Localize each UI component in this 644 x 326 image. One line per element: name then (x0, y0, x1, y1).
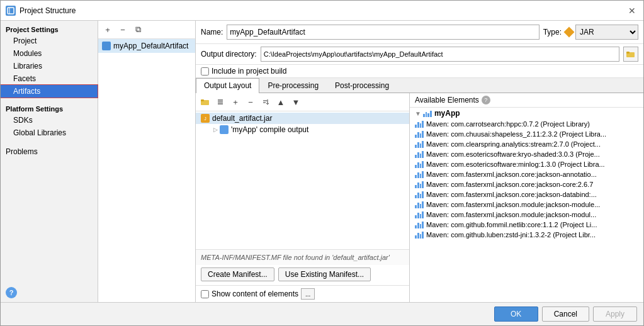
ok-button[interactable]: OK (494, 306, 538, 322)
avail-item-8[interactable]: Maven: com.fasterxml.jackson.module:jack… (410, 200, 643, 210)
avail-bars-icon-3 (415, 150, 424, 158)
project-settings-heading: Project Settings (1, 23, 98, 35)
output-folder-icon[interactable] (198, 95, 212, 109)
output-add-button[interactable]: + (229, 95, 242, 109)
sidebar-item-global-libraries[interactable]: Global Libraries (1, 126, 98, 139)
output-down-button[interactable]: ▼ (289, 95, 303, 109)
avail-item-label-4: Maven: com.esotericsoftware:minlog:1.3.0… (426, 160, 605, 168)
dialog-title: Project Structure (20, 6, 626, 15)
show-content-label: Show content of elements (212, 289, 298, 298)
output-layout-panel: + − ▲ ▼ J default_artifact.jar (196, 93, 410, 302)
output-remove-button[interactable]: − (244, 95, 257, 109)
output-sort-button[interactable] (259, 95, 273, 109)
avail-item-label-1: Maven: com.chuusai:shapeless_2.11:2.3.2 … (426, 130, 606, 138)
available-help-icon[interactable]: ? (482, 96, 490, 104)
avail-item-label-5: Maven: com.fasterxml.jackson.core:jackso… (426, 171, 597, 178)
myapp-label: myApp (434, 109, 460, 118)
available-elements-label: Available Elements (415, 96, 479, 104)
artifact-icon (102, 42, 111, 50)
available-header: Available Elements ? (410, 93, 643, 108)
avail-item-6[interactable]: Maven: com.fasterxml.jackson.core:jackso… (410, 179, 643, 189)
sidebar-bottom: ? (1, 283, 98, 302)
tab-post-processing[interactable]: Post-processing (327, 78, 397, 93)
available-elements-panel: Available Elements ? ▼ myAp (410, 93, 643, 302)
sidebar-item-sdks[interactable]: SDKs (1, 114, 98, 126)
output-dir-input[interactable] (261, 47, 619, 62)
project-structure-dialog: Project Structure ✕ Project Settings Pro… (0, 0, 644, 326)
avail-item-2[interactable]: Maven: com.clearspring.analytics:stream:… (410, 139, 643, 149)
cancel-button[interactable]: Cancel (542, 306, 589, 322)
add-artifact-button[interactable]: + (101, 23, 115, 37)
use-existing-manifest-button[interactable]: Use Existing Manifest... (278, 267, 371, 281)
copy-artifact-button[interactable]: ⧉ (131, 23, 145, 37)
available-tree: ▼ myApp (410, 108, 643, 302)
include-checkbox[interactable] (201, 67, 209, 76)
output-dir-row: Output directory: (196, 44, 643, 65)
avail-item-5[interactable]: Maven: com.fasterxml.jackson.core:jackso… (410, 169, 643, 179)
sidebar-item-modules[interactable]: Modules (1, 47, 98, 60)
title-bar: Project Structure ✕ (1, 1, 643, 21)
middle-toolbar: + − ⧉ (98, 21, 195, 39)
avail-bars-icon-2 (415, 140, 424, 148)
show-content-checkbox[interactable] (201, 290, 209, 298)
remove-artifact-button[interactable]: − (116, 23, 130, 37)
avail-item-label-8: Maven: com.fasterxml.jackson.module:jack… (426, 201, 600, 208)
apply-button[interactable]: Apply (593, 306, 637, 322)
platform-settings-heading: Platform Settings (1, 103, 98, 114)
avail-item-10[interactable]: Maven: com.github.fommil.netlib:core:1.1… (410, 220, 643, 230)
sidebar-item-facets[interactable]: Facets (1, 72, 98, 85)
avail-item-label-10: Maven: com.github.fommil.netlib:core:1.1… (426, 221, 597, 228)
svg-rect-0 (8, 8, 14, 14)
right-panel: Name: Type: JAR Output directory: (196, 21, 643, 302)
tab-output-layout[interactable]: Output Layout (196, 78, 259, 93)
sidebar: Project Settings Project Modules Librari… (1, 21, 98, 302)
manifest-buttons: Create Manifest... Use Existing Manifest… (196, 265, 409, 285)
avail-bars-icon-8 (415, 201, 424, 208)
manifest-warning: META-INF/MANIFEST.MF file not found in '… (196, 249, 409, 265)
output-toolbar: + − ▲ ▼ (196, 93, 409, 111)
avail-item-7[interactable]: Maven: com.fasterxml.jackson.core:jackso… (410, 189, 643, 200)
type-select[interactable]: JAR (575, 25, 638, 40)
avail-item-4[interactable]: Maven: com.esotericsoftware:minlog:1.3.0… (410, 159, 643, 169)
avail-bars-icon-0 (415, 120, 424, 128)
avail-item-1[interactable]: Maven: com.chuusai:shapeless_2.11:2.3.2 … (410, 129, 643, 139)
avail-item-3[interactable]: Maven: com.esotericsoftware:kryo-shaded:… (410, 149, 643, 159)
help-button[interactable]: ? (6, 287, 17, 298)
include-row: Include in project build (196, 65, 643, 78)
type-label: Type: (543, 28, 562, 37)
browse-folder-button[interactable] (623, 47, 638, 62)
show-content-options-button[interactable]: ... (301, 288, 315, 300)
name-input[interactable] (227, 25, 539, 40)
avail-item-11[interactable]: Maven: com.github.luben:zstd-jni:1.3.2-2… (410, 230, 643, 240)
output-list-icon[interactable] (213, 95, 227, 109)
create-manifest-button[interactable]: Create Manifest... (201, 267, 274, 281)
jar-tree-icon: J (201, 114, 210, 123)
sidebar-item-artifacts[interactable]: Artifacts (1, 85, 98, 98)
myapp-folder[interactable]: ▼ myApp (410, 108, 643, 119)
tab-pre-processing[interactable]: Pre-processing (259, 78, 327, 93)
tree-item-jar[interactable]: J default_artifact.jar (196, 113, 409, 124)
close-button[interactable]: ✕ (626, 4, 638, 17)
output-up-button[interactable]: ▲ (274, 95, 288, 109)
avail-item-0[interactable]: Maven: com.carrotsearch:hppc:0.7.2 (Proj… (410, 119, 643, 129)
sidebar-item-project[interactable]: Project (1, 35, 98, 47)
myapp-arrow: ▼ (415, 110, 421, 117)
avail-bars-icon-7 (415, 191, 424, 198)
avail-bars-icon-1 (415, 130, 424, 138)
dialog-icon (6, 6, 16, 16)
avail-item-9[interactable]: Maven: com.fasterxml.jackson.module:jack… (410, 210, 643, 220)
compile-tree-icon (220, 125, 229, 134)
sidebar-item-problems[interactable]: Problems (1, 145, 98, 158)
tree-item-compile-label: 'myApp' compile output (231, 125, 308, 134)
name-row: Name: Type: JAR (196, 21, 643, 44)
avail-item-label-6: Maven: com.fasterxml.jackson.core:jackso… (426, 181, 593, 188)
sidebar-item-libraries[interactable]: Libraries (1, 60, 98, 72)
artifact-item[interactable]: myApp_DefaultArtifact (98, 39, 195, 53)
avail-item-label-3: Maven: com.esotericsoftware:kryo-shaded:… (426, 150, 600, 158)
tree-item-compile[interactable]: ▷ 'myApp' compile output (196, 124, 409, 135)
avail-bars-icon-6 (415, 181, 424, 188)
tree-indent: ▷ (213, 126, 218, 133)
avail-item-label-0: Maven: com.carrotsearch:hppc:0.7.2 (Proj… (426, 120, 590, 128)
avail-item-label-2: Maven: com.clearspring.analytics:stream:… (426, 140, 601, 148)
avail-bars-icon-11 (415, 231, 424, 239)
